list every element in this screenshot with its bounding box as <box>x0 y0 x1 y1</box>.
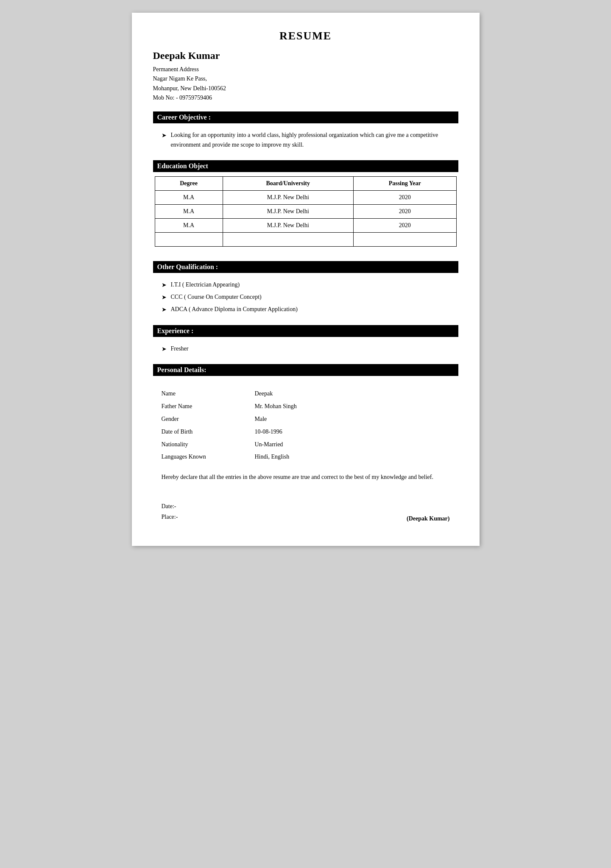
col-year: Passing Year <box>353 177 456 191</box>
mob-number: Mob No: - 09759759406 <box>153 93 458 103</box>
col-degree: Degree <box>155 177 223 191</box>
personal-details-grid: Name Deepak Father Name Mr. Mohan Singh … <box>153 384 458 468</box>
education-header: Education Object <box>153 160 458 172</box>
arrow-icon: ➤ <box>162 131 167 141</box>
value-languages: Hindi, English <box>255 452 450 462</box>
place-label: Place:- <box>162 512 178 522</box>
year-cell-empty <box>353 233 456 247</box>
experience-content: ➤ Fresher <box>153 341 458 362</box>
board-cell: M.J.P. New Delhi <box>223 205 353 219</box>
personal-details-header: Personal Details: <box>153 364 458 376</box>
table-row-empty <box>155 233 456 247</box>
arrow-icon: ➤ <box>162 344 167 354</box>
career-objective-section: Career Objective : ➤ Looking for an oppo… <box>153 111 458 158</box>
declaration-text: Hereby declare that all the entries in t… <box>153 468 458 488</box>
degree-cell: M.A <box>155 219 223 233</box>
date-label: Date:- <box>162 501 178 512</box>
label-gender: Gender <box>162 414 246 424</box>
education-table: Degree Board/University Passing Year M.A… <box>155 176 457 247</box>
qualification-item-2: ➤ CCC ( Course On Computer Concept) <box>157 292 454 303</box>
candidate-name: Deepak Kumar <box>153 50 458 61</box>
career-objective-item: ➤ Looking for an opportunity into a worl… <box>157 130 454 150</box>
degree-cell: M.A <box>155 191 223 205</box>
value-father: Mr. Mohan Singh <box>255 401 450 412</box>
table-row: M.A M.J.P. New Delhi 2020 <box>155 205 456 219</box>
value-nationality: Un-Married <box>255 440 450 450</box>
other-qualification-content: ➤ I.T.I ( Electrician Appearing) ➤ CCC (… <box>153 277 458 322</box>
signature-block: Date:- Place:- (Deepak Kumar) <box>153 497 458 526</box>
year-cell: 2020 <box>353 205 456 219</box>
arrow-icon: ➤ <box>162 305 167 315</box>
label-father: Father Name <box>162 401 246 412</box>
col-board: Board/University <box>223 177 353 191</box>
value-name: Deepak <box>255 389 450 399</box>
address-line2: Mohanpur, New Delhi-100562 <box>153 84 458 93</box>
qualification-text-2: CCC ( Course On Computer Concept) <box>171 292 262 302</box>
value-dob: 10-08-1996 <box>255 427 450 437</box>
qualification-item-1: ➤ I.T.I ( Electrician Appearing) <box>157 280 454 290</box>
career-objective-text: Looking for an opportunity into a world … <box>171 130 454 150</box>
education-section: Education Object Degree Board/University… <box>153 160 458 259</box>
board-cell: M.J.P. New Delhi <box>223 219 353 233</box>
value-gender: Male <box>255 414 450 424</box>
qualification-text-1: I.T.I ( Electrician Appearing) <box>171 280 240 290</box>
other-qualification-section: Other Qualification : ➤ I.T.I ( Electric… <box>153 261 458 322</box>
label-name: Name <box>162 389 246 399</box>
table-row: M.A M.J.P. New Delhi 2020 <box>155 191 456 205</box>
address-line1: Nagar Nigam Ke Pass, <box>153 74 458 83</box>
year-cell: 2020 <box>353 191 456 205</box>
arrow-icon: ➤ <box>162 280 167 290</box>
degree-cell: M.A <box>155 205 223 219</box>
label-dob: Date of Birth <box>162 427 246 437</box>
resume-page: RESUME Deepak Kumar Permanent Address Na… <box>132 13 480 546</box>
address-label: Permanent Address <box>153 65 458 74</box>
qualification-text-3: ADCA ( Advance Diploma in Computer Appli… <box>171 304 298 314</box>
other-qualification-header: Other Qualification : <box>153 261 458 273</box>
board-cell: M.J.P. New Delhi <box>223 191 353 205</box>
qualification-item-3: ➤ ADCA ( Advance Diploma in Computer App… <box>157 304 454 315</box>
experience-section: Experience : ➤ Fresher <box>153 325 458 362</box>
degree-cell-empty <box>155 233 223 247</box>
arrow-icon: ➤ <box>162 292 167 303</box>
address-block: Permanent Address Nagar Nigam Ke Pass, M… <box>153 65 458 103</box>
experience-text: Fresher <box>171 344 189 354</box>
label-languages: Languages Known <box>162 452 246 462</box>
year-cell: 2020 <box>353 219 456 233</box>
label-nationality: Nationality <box>162 440 246 450</box>
career-objective-content: ➤ Looking for an opportunity into a worl… <box>153 128 458 158</box>
board-cell-empty <box>223 233 353 247</box>
personal-details-section: Personal Details: Name Deepak Father Nam… <box>153 364 458 526</box>
education-table-body: M.A M.J.P. New Delhi 2020 M.A M.J.P. New… <box>155 191 456 247</box>
career-objective-header: Career Objective : <box>153 111 458 123</box>
table-row: M.A M.J.P. New Delhi 2020 <box>155 219 456 233</box>
experience-item: ➤ Fresher <box>157 344 454 354</box>
resume-title: RESUME <box>153 30 458 42</box>
experience-header: Experience : <box>153 325 458 337</box>
signature-name: (Deepak Kumar) <box>407 515 450 522</box>
signature-left: Date:- Place:- <box>162 501 178 522</box>
